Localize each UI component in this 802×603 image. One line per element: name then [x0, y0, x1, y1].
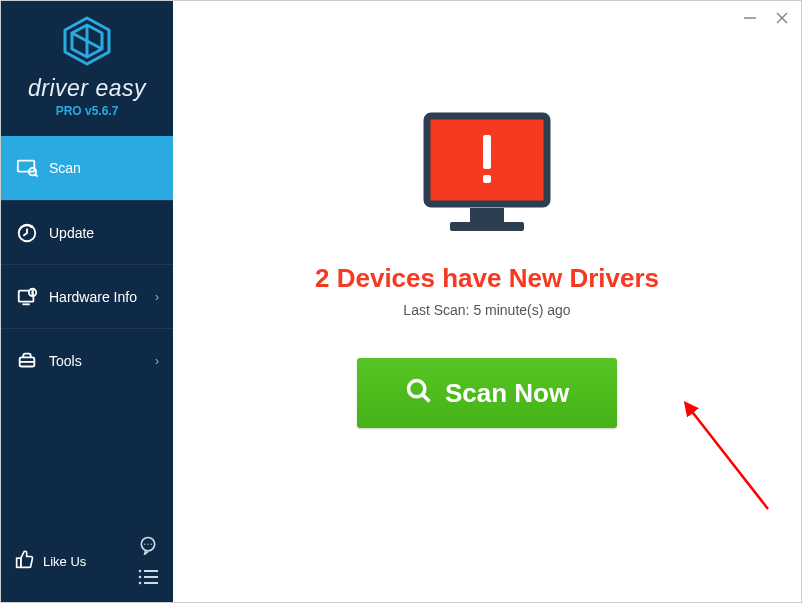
svg-point-17: [147, 544, 148, 545]
svg-rect-33: [483, 175, 491, 183]
svg-rect-4: [18, 161, 35, 172]
sidebar-nav: Scan Update: [1, 136, 173, 392]
svg-text:i: i: [32, 290, 33, 296]
sidebar-item-label: Scan: [49, 160, 159, 176]
scan-now-label: Scan Now: [445, 378, 569, 409]
scan-now-button[interactable]: Scan Now: [357, 358, 617, 428]
sidebar: driver easy PRO v5.6.7 Scan: [1, 1, 173, 602]
brand-block: driver easy PRO v5.6.7: [1, 1, 173, 128]
svg-rect-14: [17, 558, 21, 567]
scan-icon: [15, 156, 39, 180]
sidebar-footer-actions: [137, 534, 159, 588]
hardware-info-icon: i: [15, 285, 39, 309]
svg-line-36: [690, 409, 768, 509]
svg-point-23: [139, 582, 142, 585]
svg-point-34: [408, 381, 424, 397]
app-window: driver easy PRO v5.6.7 Scan: [0, 0, 802, 603]
last-scan-text: Last Scan: 5 minute(s) ago: [403, 302, 570, 318]
minimize-button[interactable]: [741, 9, 759, 27]
sidebar-item-hardware-info[interactable]: i Hardware Info ›: [1, 264, 173, 328]
svg-rect-30: [470, 208, 504, 222]
tools-icon: [15, 349, 39, 373]
brand-logo-icon: [1, 15, 173, 71]
sidebar-item-label: Tools: [49, 353, 155, 369]
alert-monitor-icon: [412, 111, 562, 245]
svg-line-35: [422, 395, 429, 402]
status-headline: 2 Devices have New Drivers: [315, 263, 659, 294]
sidebar-item-label: Hardware Info: [49, 289, 155, 305]
svg-point-18: [151, 544, 152, 545]
window-controls: [741, 9, 791, 27]
like-us-label: Like Us: [43, 554, 86, 569]
close-button[interactable]: [773, 9, 791, 27]
chevron-right-icon: ›: [155, 290, 159, 304]
like-us-button[interactable]: Like Us: [15, 549, 86, 573]
brand-version: PRO v5.6.7: [1, 104, 173, 118]
svg-rect-31: [450, 222, 524, 231]
svg-point-21: [139, 576, 142, 579]
svg-point-19: [139, 570, 142, 573]
sidebar-footer: Like Us: [1, 524, 173, 602]
feedback-icon[interactable]: [137, 534, 159, 556]
chevron-right-icon: ›: [155, 354, 159, 368]
thumbs-up-icon: [15, 549, 35, 573]
brand-name: driver easy: [1, 75, 173, 102]
svg-line-6: [35, 174, 37, 176]
svg-rect-32: [483, 135, 491, 169]
sidebar-item-tools[interactable]: Tools ›: [1, 328, 173, 392]
svg-point-16: [144, 544, 145, 545]
search-icon: [405, 377, 433, 409]
update-icon: [15, 221, 39, 245]
sidebar-item-update[interactable]: Update: [1, 200, 173, 264]
main-panel: 2 Devices have New Drivers Last Scan: 5 …: [173, 1, 801, 602]
annotation-arrow-icon: [678, 399, 788, 519]
sidebar-item-scan[interactable]: Scan: [1, 136, 173, 200]
menu-icon[interactable]: [137, 566, 159, 588]
sidebar-item-label: Update: [49, 225, 159, 241]
